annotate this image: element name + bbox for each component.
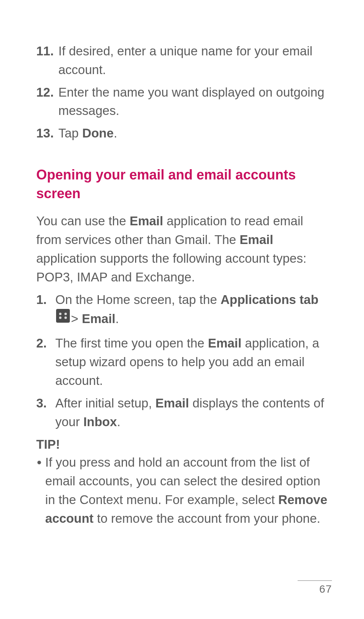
svg-point-2 xyxy=(64,313,67,315)
step-13: 13. Tap Done. xyxy=(36,124,328,143)
step-number: 2. xyxy=(36,334,55,353)
page-number-rule xyxy=(298,580,332,581)
step-number: 11. xyxy=(36,42,58,61)
step-number: 1. xyxy=(36,291,55,309)
page-number-block: 67 xyxy=(298,580,332,595)
svg-point-3 xyxy=(59,317,61,319)
step-text: The first time you open the Email applic… xyxy=(55,334,328,390)
step-3: 3. After initial setup, Email displays t… xyxy=(36,394,328,432)
step-2: 2. The first time you open the Email app… xyxy=(36,334,328,390)
manual-page: 11. If desired, enter a unique name for … xyxy=(0,0,364,619)
svg-point-1 xyxy=(59,313,61,315)
tip-heading: TIP! xyxy=(36,437,328,452)
tip-item: • If you press and hold an account from … xyxy=(36,453,328,528)
step-number: 12. xyxy=(36,83,58,102)
step-12: 12. Enter the name you want displayed on… xyxy=(36,83,328,121)
bullet-icon: • xyxy=(36,453,45,472)
intro-paragraph: You can use the Email application to rea… xyxy=(36,212,328,286)
step-text: Tap Done. xyxy=(58,124,328,143)
svg-point-4 xyxy=(64,317,67,319)
step-text: Enter the name you want displayed on out… xyxy=(58,83,328,121)
applications-tab-icon xyxy=(56,309,70,328)
step-text: After initial setup, Email displays the … xyxy=(55,394,328,432)
tip-text: If you press and hold an account from th… xyxy=(45,453,328,528)
step-text: On the Home screen, tap the Applications… xyxy=(55,291,328,331)
step-1: 1. On the Home screen, tap the Applicati… xyxy=(36,291,328,331)
step-number: 13. xyxy=(36,124,58,143)
svg-rect-0 xyxy=(56,309,70,323)
section-heading: Opening your email and email accounts sc… xyxy=(36,166,328,203)
page-number: 67 xyxy=(298,583,332,595)
step-number: 3. xyxy=(36,394,55,413)
step-text: If desired, enter a unique name for your… xyxy=(58,42,328,79)
step-11: 11. If desired, enter a unique name for … xyxy=(36,42,328,79)
